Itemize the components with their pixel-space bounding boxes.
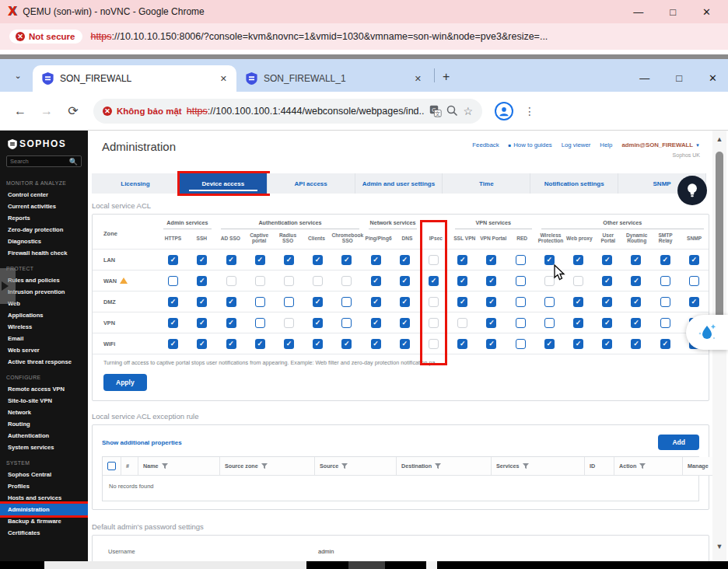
sidebar-item-current-activities[interactable]: Current activities [0, 201, 88, 212]
checkbox-dmz-ssl-vpn[interactable]: ✓ [457, 297, 467, 307]
header-link-log-viewer[interactable]: Log viewer [562, 141, 591, 148]
sidebar-item-hosts-and-services[interactable]: Hosts and services [0, 492, 88, 504]
filter-funnel-icon[interactable] [341, 463, 348, 470]
checkbox-dmz-dns[interactable]: ✓ [400, 297, 410, 307]
checkbox-lan-web-proxy[interactable]: ✓ [573, 255, 583, 265]
checkbox-lan-radius-sso[interactable]: ✓ [284, 255, 294, 265]
browser-tab-active[interactable]: SON_FIREWALL ✕ [33, 65, 236, 92]
apply-button[interactable]: Apply [103, 374, 147, 391]
sidebar-item-administration[interactable]: Administration [0, 504, 88, 515]
checkbox-vpn-wireless-protection[interactable] [544, 318, 555, 328]
sidebar-item-applications[interactable]: Applications [0, 309, 88, 321]
checkbox-vpn-red[interactable] [516, 318, 526, 328]
novnc-security-badge[interactable]: ✕ Not secure [9, 30, 82, 44]
tab-licensing[interactable]: Licensing [92, 173, 180, 194]
checkbox-vpn-ssh[interactable]: ✓ [197, 318, 207, 328]
exc-col-name[interactable]: Name [138, 457, 220, 475]
sidebar-item-zero-day-protection[interactable]: Zero-day protection [0, 224, 88, 236]
sidebar-item-network[interactable]: Network [0, 407, 88, 418]
checkbox-vpn-dynamic-routing[interactable]: ✓ [631, 318, 641, 328]
checkbox-wifi-dynamic-routing[interactable]: ✓ [631, 339, 641, 349]
checkbox-wifi-https[interactable]: ✓ [168, 339, 178, 349]
tab-search-chevron-icon[interactable]: ⌄ [8, 65, 28, 86]
sidebar-item-diagnostics[interactable]: Diagnostics [0, 236, 88, 247]
sidebar-item-web-server[interactable]: Web server [0, 344, 88, 356]
filter-funnel-icon[interactable] [523, 463, 529, 470]
checkbox-dmz-radius-sso[interactable] [284, 297, 294, 307]
checkbox-vpn-dns[interactable]: ✓ [400, 318, 410, 328]
checkbox-vpn-captive-portal[interactable] [255, 318, 265, 328]
browser-maximize-button[interactable]: □ [676, 72, 682, 84]
tab-close-icon[interactable]: ✕ [219, 74, 229, 84]
sidebar-search-input[interactable] [10, 158, 69, 165]
checkbox-lan-dns[interactable]: ✓ [400, 255, 410, 265]
checkbox-vpn-vpn-portal[interactable]: ✓ [486, 318, 496, 328]
tab-admin-and-user-settings[interactable]: Admin and user settings [355, 173, 443, 194]
novnc-url[interactable]: https://10.10.10.150:8006/?console=kvm&n… [90, 31, 548, 42]
checkbox-wifi-ad-sso[interactable]: ✓ [226, 339, 236, 349]
tab-api-access[interactable]: API access [268, 173, 355, 194]
hscroll-thumb[interactable] [348, 561, 385, 569]
browser-tab-inactive[interactable]: SON_FIREWALL_1 ✕ [236, 65, 431, 92]
checkbox-wifi-dns[interactable]: ✓ [400, 339, 410, 349]
checkbox-vpn-ping-ping6[interactable]: ✓ [371, 318, 381, 328]
sidebar-item-system-services[interactable]: System services [0, 442, 88, 453]
checkbox-dmz-snmp[interactable]: ✓ [689, 297, 699, 307]
checkbox-wan-user-portal[interactable]: ✓ [602, 276, 612, 286]
checkbox-wifi-chromebook-sso[interactable]: ✓ [341, 339, 352, 349]
checkbox-vpn-web-proxy[interactable]: ✓ [573, 318, 583, 328]
sidebar-item-backup-firmware[interactable]: Backup & firmware [0, 515, 88, 527]
select-all-checkbox[interactable] [103, 457, 121, 475]
checkbox-lan-ssh[interactable]: ✓ [197, 255, 207, 265]
novnc-close-button[interactable]: ✕ [702, 6, 711, 18]
tab-close-icon[interactable]: ✕ [413, 74, 423, 84]
checkbox-dmz-dynamic-routing[interactable]: ✓ [631, 297, 641, 307]
sidebar-item-remote-access-vpn[interactable]: Remote access VPN [0, 383, 88, 395]
checkbox-dmz-wireless-protection[interactable] [544, 297, 555, 307]
address-bar[interactable]: ✕ Không bảo mật https://100.100.100.1:44… [93, 99, 482, 124]
sidebar-search[interactable]: 🔍 [6, 155, 82, 167]
zoom-page-icon[interactable] [446, 105, 458, 117]
scroll-up-icon[interactable]: ▲ [712, 135, 726, 143]
checkbox-wifi-web-proxy[interactable]: ✓ [573, 339, 583, 349]
exc-col-source-zone[interactable]: Source zone [220, 457, 315, 475]
checkbox-wan-red[interactable] [516, 276, 526, 286]
checkbox-wifi-clients[interactable]: ✓ [313, 339, 323, 349]
checkbox-vpn-ad-sso[interactable]: ✓ [226, 318, 236, 328]
header-link-help[interactable]: Help [600, 141, 612, 148]
bookmark-star-icon[interactable]: ☆ [463, 105, 473, 117]
exc-col-action[interactable]: Action [614, 457, 683, 475]
sidebar-item-reports[interactable]: Reports [0, 212, 88, 224]
forward-icon[interactable]: → [36, 100, 58, 122]
exc-col-services[interactable]: Services [492, 457, 585, 475]
filter-funnel-icon[interactable] [639, 463, 646, 470]
checkbox-wan-https[interactable] [168, 276, 178, 286]
sidebar-expander-handle[interactable] [0, 268, 16, 304]
checkbox-lan-snmp[interactable]: ✓ [689, 255, 699, 265]
checkbox-vpn-chromebook-sso[interactable] [341, 318, 352, 328]
checkbox-dmz-captive-portal[interactable] [255, 297, 265, 307]
checkbox-dmz-red[interactable] [516, 297, 526, 307]
scroll-down-icon[interactable]: ▼ [712, 543, 726, 550]
browser-minimize-button[interactable]: — [639, 72, 649, 84]
checkbox-lan-clients[interactable]: ✓ [313, 255, 323, 265]
checkbox-wan-snmp[interactable] [689, 276, 699, 286]
checkbox-dmz-ad-sso[interactable]: ✓ [226, 297, 236, 307]
checkbox-wifi-wireless-protection[interactable]: ✓ [544, 339, 555, 349]
sidebar-item-profiles[interactable]: Profiles [0, 480, 88, 492]
checkbox-lan-wireless-protection[interactable]: ✓ [544, 255, 555, 265]
checkbox-dmz-https[interactable]: ✓ [168, 297, 178, 307]
sidebar-item-sophos-central[interactable]: Sophos Central [0, 469, 88, 480]
sidebar-item-routing[interactable]: Routing [0, 418, 88, 430]
checkbox-wan-dns[interactable]: ✓ [400, 276, 410, 286]
checkbox-wifi-ssh[interactable]: ✓ [197, 339, 207, 349]
sidebar-item-site-to-site-vpn[interactable]: Site-to-site VPN [0, 395, 88, 407]
checkbox-dmz-ssh[interactable]: ✓ [197, 297, 207, 307]
checkbox-dmz-ping-ping6[interactable]: ✓ [371, 297, 381, 307]
checkbox-wifi-user-portal[interactable]: ✓ [602, 339, 612, 349]
checkbox-lan-red[interactable] [516, 255, 526, 265]
checkbox-lan-ad-sso[interactable]: ✓ [226, 255, 236, 265]
novnc-minimize-button[interactable]: — [633, 6, 643, 18]
sidebar-item-email[interactable]: Email [0, 333, 88, 344]
checkbox-wan-smtp-relay[interactable] [660, 276, 670, 286]
